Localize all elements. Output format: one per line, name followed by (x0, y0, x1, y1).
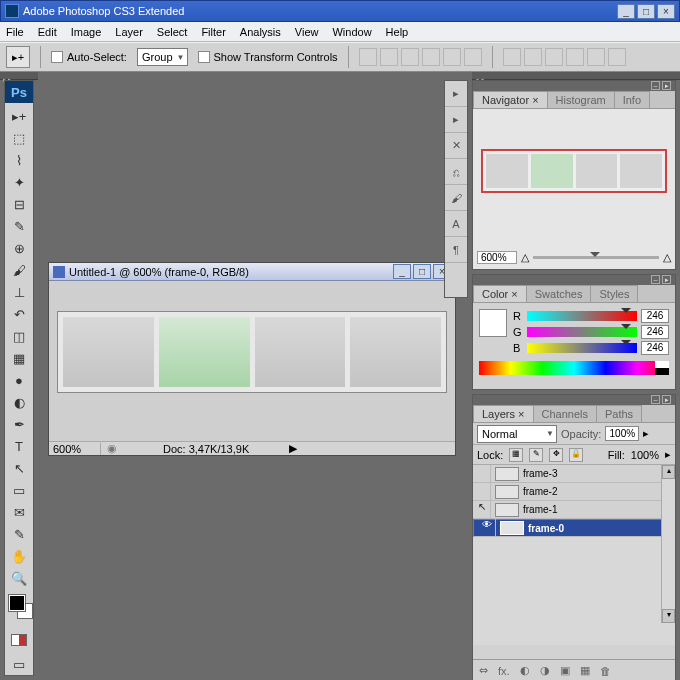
menu-select[interactable]: Select (157, 26, 188, 38)
foreground-color[interactable] (9, 595, 25, 611)
color-swatch[interactable] (479, 309, 507, 337)
ps-logo-icon[interactable]: Ps (5, 81, 33, 103)
strip-icon-3[interactable]: ✕ (445, 133, 467, 159)
lock-paint-icon[interactable]: ✎ (529, 448, 543, 462)
crop-tool[interactable]: ⊟ (5, 193, 33, 215)
hand-tool[interactable]: ✋ (5, 545, 33, 567)
strip-icon-6[interactable]: A (445, 211, 467, 237)
pen-tool[interactable]: ✒ (5, 413, 33, 435)
zoom-out-icon[interactable]: △ (521, 251, 529, 264)
visibility-icon[interactable]: 👁 (478, 519, 496, 537)
menu-view[interactable]: View (295, 26, 319, 38)
slice-tool[interactable]: ✎ (5, 215, 33, 237)
fx-icon[interactable]: fx. (498, 665, 510, 677)
zoom-field[interactable]: 600% (49, 443, 101, 455)
opacity-field[interactable]: 100% (605, 426, 639, 441)
document-canvas-area[interactable] (49, 281, 455, 441)
opacity-arrow-icon[interactable]: ▸ (643, 427, 649, 440)
menu-filter[interactable]: Filter (201, 26, 225, 38)
layer-row-selected[interactable]: 👁frame-0 (473, 519, 675, 537)
menu-file[interactable]: File (6, 26, 24, 38)
move-tool-indicator[interactable]: ▸+ (6, 46, 30, 68)
tab-color[interactable]: Color × (473, 285, 527, 302)
zoom-slider[interactable] (533, 256, 659, 259)
doc-minimize-button[interactable]: _ (393, 264, 411, 279)
type-tool[interactable]: T (5, 435, 33, 457)
dodge-tool[interactable]: ◐ (5, 391, 33, 413)
panel-menu-icon[interactable]: – (651, 275, 660, 284)
align-icon[interactable] (359, 48, 377, 66)
visibility-icon[interactable]: ↖ (473, 501, 491, 519)
show-transform-checkbox[interactable]: Show Transform Controls (198, 51, 338, 63)
status-icon[interactable]: ◉ (101, 442, 123, 455)
panel-close-icon[interactable]: ▸ (662, 395, 671, 404)
color-picker[interactable] (5, 593, 33, 627)
green-value[interactable]: 246 (641, 325, 669, 339)
blur-tool[interactable]: ● (5, 369, 33, 391)
layer-row[interactable]: frame-3 (473, 465, 675, 483)
tab-paths[interactable]: Paths (596, 405, 642, 422)
folder-icon[interactable]: ▣ (560, 664, 570, 677)
red-value[interactable]: 246 (641, 309, 669, 323)
toolbox-gripper[interactable]: ▸▸ (0, 72, 38, 80)
marquee-tool[interactable]: ⬚ (5, 127, 33, 149)
history-brush-tool[interactable]: ↶ (5, 303, 33, 325)
auto-select-checkbox[interactable]: Auto-Select: (51, 51, 127, 63)
eraser-tool[interactable]: ◫ (5, 325, 33, 347)
tab-swatches[interactable]: Swatches (526, 285, 592, 302)
lasso-tool[interactable]: ⌇ (5, 149, 33, 171)
layer-row[interactable]: frame-2 (473, 483, 675, 501)
panel-menu-icon[interactable]: – (651, 81, 660, 90)
canvas[interactable] (57, 311, 447, 393)
link-icon[interactable]: ⇔ (479, 664, 488, 677)
strip-icon-2[interactable]: ▸ (445, 107, 467, 133)
blue-slider[interactable] (527, 343, 637, 353)
tab-info[interactable]: Info (614, 91, 650, 108)
nav-zoom-field[interactable]: 600% (477, 251, 517, 264)
path-tool[interactable]: ↖ (5, 457, 33, 479)
trash-icon[interactable]: 🗑 (600, 665, 611, 677)
zoom-tool[interactable]: 🔍 (5, 567, 33, 589)
tab-histogram[interactable]: Histogram (547, 91, 615, 108)
blend-mode-select[interactable]: Normal (477, 425, 557, 443)
minimize-button[interactable]: _ (617, 4, 635, 19)
menu-edit[interactable]: Edit (38, 26, 57, 38)
stamp-tool[interactable]: ⊥ (5, 281, 33, 303)
lock-transparent-icon[interactable]: ▦ (509, 448, 523, 462)
screen-mode-icon[interactable]: ▭ (5, 653, 33, 675)
mask-icon[interactable]: ◐ (520, 664, 530, 677)
auto-select-type[interactable]: Group (137, 48, 188, 66)
maximize-button[interactable]: □ (637, 4, 655, 19)
green-slider[interactable] (527, 327, 637, 337)
strip-icon-1[interactable]: ▸ (445, 81, 467, 107)
strip-icon-5[interactable]: 🖌 (445, 185, 467, 211)
menu-layer[interactable]: Layer (115, 26, 143, 38)
fill-arrow-icon[interactable]: ▸ (665, 448, 671, 461)
layer-scrollbar[interactable]: ▴▾ (661, 465, 675, 623)
adjustment-icon[interactable]: ◑ (540, 664, 550, 677)
quick-mask-icon[interactable] (5, 629, 33, 651)
brush-tool[interactable]: 🖌 (5, 259, 33, 281)
gradient-tool[interactable]: ▦ (5, 347, 33, 369)
panel-close-icon[interactable]: ▸ (662, 81, 671, 90)
shape-tool[interactable]: ▭ (5, 479, 33, 501)
heal-tool[interactable]: ⊕ (5, 237, 33, 259)
lock-move-icon[interactable]: ✥ (549, 448, 563, 462)
menu-analysis[interactable]: Analysis (240, 26, 281, 38)
blue-value[interactable]: 246 (641, 341, 669, 355)
panels-gripper[interactable]: ◂◂ (472, 72, 680, 80)
tab-layers[interactable]: Layers × (473, 405, 534, 422)
panel-menu-icon[interactable]: – (651, 395, 660, 404)
fill-field[interactable]: 100% (631, 449, 659, 461)
visibility-icon[interactable] (473, 465, 491, 483)
tab-navigator[interactable]: Navigator × (473, 91, 548, 108)
menu-window[interactable]: Window (332, 26, 371, 38)
tab-channels[interactable]: Channels (533, 405, 597, 422)
strip-icon-4[interactable]: ⎌ (445, 159, 467, 185)
move-tool[interactable]: ▸+ (5, 105, 33, 127)
layer-row[interactable]: ↖frame-1 (473, 501, 675, 519)
eyedropper-tool[interactable]: ✎ (5, 523, 33, 545)
navigator-proxy[interactable] (481, 149, 667, 193)
close-button[interactable]: × (657, 4, 675, 19)
zoom-in-icon[interactable]: △ (663, 251, 671, 264)
